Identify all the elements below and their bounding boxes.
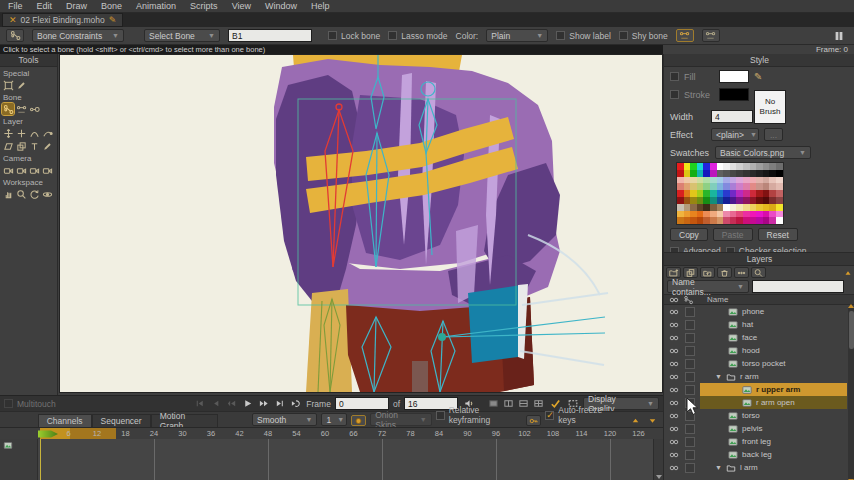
swatch[interactable] xyxy=(769,197,776,204)
swatch[interactable] xyxy=(717,183,724,190)
show-label-checkbox[interactable]: Show label xyxy=(556,31,611,41)
swatch[interactable] xyxy=(756,190,763,197)
close-tab-icon[interactable]: ✕ xyxy=(9,15,17,25)
swatch[interactable] xyxy=(730,170,737,177)
swatch[interactable] xyxy=(756,217,763,224)
layer-row-r-arm[interactable]: ▼r arm xyxy=(664,370,854,383)
interp-value-dropdown[interactable]: 1▼ xyxy=(321,413,347,426)
swatch[interactable] xyxy=(703,163,710,170)
swatch[interactable] xyxy=(763,177,770,184)
prev-keyframe-button[interactable] xyxy=(629,415,642,426)
swatch[interactable] xyxy=(690,177,697,184)
swatch[interactable] xyxy=(710,204,717,211)
layer-checkbox[interactable] xyxy=(685,372,695,382)
bone-name-input[interactable] xyxy=(228,29,312,42)
lock-bone-checkbox[interactable]: Lock bone xyxy=(328,31,380,41)
menu-bone[interactable]: Bone xyxy=(101,1,122,11)
swatch[interactable] xyxy=(723,190,730,197)
swatch[interactable] xyxy=(690,211,697,218)
swatch[interactable] xyxy=(736,177,743,184)
roll-camera-tool[interactable] xyxy=(28,164,40,176)
play-reverse-button[interactable] xyxy=(225,398,238,409)
swatch[interactable] xyxy=(769,204,776,211)
swatch[interactable] xyxy=(736,211,743,218)
swatch[interactable] xyxy=(697,163,704,170)
swatch[interactable] xyxy=(730,217,737,224)
lasso-mode-checkbox[interactable]: Lasso mode xyxy=(388,31,447,41)
swatch[interactable] xyxy=(703,217,710,224)
swatch[interactable] xyxy=(703,170,710,177)
duplicate-layer-tool[interactable] xyxy=(15,140,27,152)
swatch[interactable] xyxy=(763,183,770,190)
pan-tilt-camera-tool[interactable] xyxy=(41,164,53,176)
keyframe-tool-button[interactable] xyxy=(526,415,541,426)
timeline-scrollbar[interactable] xyxy=(653,439,663,480)
rotate-workspace-tool[interactable] xyxy=(28,188,40,200)
swatch[interactable] xyxy=(736,197,743,204)
swatch[interactable] xyxy=(677,197,684,204)
select-bone-tool[interactable] xyxy=(2,103,14,115)
no-brush-button[interactable]: No Brush xyxy=(754,90,786,124)
zoom-tool[interactable] xyxy=(15,188,27,200)
menu-file[interactable]: File xyxy=(8,1,23,11)
swatch[interactable] xyxy=(763,197,770,204)
swatch[interactable] xyxy=(690,217,697,224)
swatch[interactable] xyxy=(730,190,737,197)
swatch[interactable] xyxy=(750,183,757,190)
tab-motion-graph[interactable]: Motion Graph xyxy=(151,414,219,427)
select-bone-dropdown[interactable]: Select Bone▼ xyxy=(144,29,220,42)
swatch[interactable] xyxy=(743,170,750,177)
scroll-down-icon[interactable] xyxy=(656,475,662,479)
swatch[interactable] xyxy=(710,197,717,204)
visibility-icon[interactable] xyxy=(667,359,681,369)
orbit-workspace-tool[interactable] xyxy=(41,188,53,200)
swatch[interactable] xyxy=(677,163,684,170)
swatch[interactable] xyxy=(769,190,776,197)
swatch[interactable] xyxy=(736,204,743,211)
reset-style-button[interactable]: Reset xyxy=(758,228,798,241)
onion-skins-dropdown[interactable]: Onion Skins▼ xyxy=(370,413,431,426)
timeline-ruler[interactable]: 6121824303642485460667278849096102108114… xyxy=(0,427,663,439)
scroll-up-icon[interactable] xyxy=(848,304,854,308)
swatch[interactable] xyxy=(723,170,730,177)
layer-checkbox[interactable] xyxy=(685,385,695,395)
tab-sequencer[interactable]: Sequencer xyxy=(92,414,151,427)
swatch[interactable] xyxy=(690,197,697,204)
swatch[interactable] xyxy=(776,190,783,197)
swatch[interactable] xyxy=(730,204,737,211)
menu-animation[interactable]: Animation xyxy=(136,1,176,11)
layer-row-r-upper-arm[interactable]: r upper arm xyxy=(664,383,854,396)
collapse-panel-icon[interactable] xyxy=(843,268,853,278)
layer-row-front-leg[interactable]: front leg xyxy=(664,435,854,448)
swatch[interactable] xyxy=(776,204,783,211)
swatch[interactable] xyxy=(710,170,717,177)
swatch[interactable] xyxy=(756,204,763,211)
swatch[interactable] xyxy=(703,177,710,184)
visibility-icon[interactable] xyxy=(667,372,681,382)
stroke-checkbox[interactable] xyxy=(670,90,679,99)
swatch[interactable] xyxy=(690,183,697,190)
swatch[interactable] xyxy=(750,177,757,184)
swatches-dropdown[interactable]: Basic Colors.png▼ xyxy=(715,146,811,159)
text-tool[interactable] xyxy=(28,140,40,152)
visibility-icon[interactable] xyxy=(667,424,681,434)
menu-draw[interactable]: Draw xyxy=(66,1,87,11)
swatch[interactable] xyxy=(743,211,750,218)
swatch[interactable] xyxy=(736,217,743,224)
swatch[interactable] xyxy=(743,190,750,197)
swatch[interactable] xyxy=(743,217,750,224)
swatch[interactable] xyxy=(717,190,724,197)
swatch[interactable] xyxy=(710,217,717,224)
layer-row-back-leg[interactable]: back leg xyxy=(664,448,854,461)
swatch[interactable] xyxy=(677,217,684,224)
shy-bone-checkbox[interactable]: Shy bone xyxy=(619,31,668,41)
swatch[interactable] xyxy=(723,211,730,218)
visibility-icon[interactable] xyxy=(667,385,681,395)
visibility-icon[interactable] xyxy=(667,463,681,473)
swatch[interactable] xyxy=(684,190,691,197)
swatch[interactable] xyxy=(750,190,757,197)
layer-row-torso-pocket[interactable]: torso pocket xyxy=(664,357,854,370)
jump-end-button[interactable] xyxy=(273,398,286,409)
swatch[interactable] xyxy=(723,183,730,190)
swatch[interactable] xyxy=(697,177,704,184)
